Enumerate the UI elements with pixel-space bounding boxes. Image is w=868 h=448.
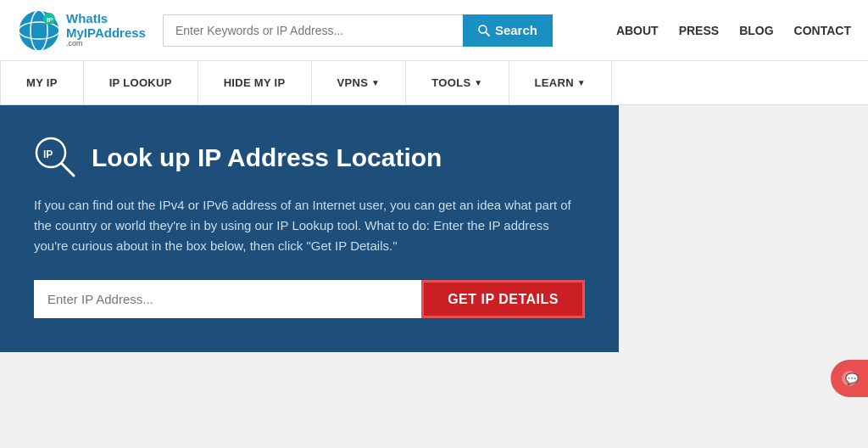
learn-arrow-icon: ▼ (577, 78, 586, 87)
nav-contact[interactable]: CONTACT (794, 24, 851, 37)
panel-title: Look up IP Address Location (92, 143, 442, 173)
search-icon (478, 25, 490, 36)
svg-text:IP: IP (47, 16, 53, 24)
main-navbar: MY IP IP LOOKUP HIDE MY IP VPNS ▼ TOOLS … (0, 61, 868, 105)
nav-ip-lookup[interactable]: IP LOOKUP (84, 61, 198, 104)
logo-myip: MyIPAddress (66, 26, 146, 41)
panel-description: If you can find out the IPv4 or IPv6 add… (34, 195, 585, 256)
search-area: Search (163, 14, 553, 47)
nav-press[interactable]: PRESS (679, 24, 719, 37)
main-content: IP Look up IP Address Location If you ca… (0, 105, 868, 352)
panel-title-row: IP Look up IP Address Location (34, 136, 585, 180)
svg-line-7 (486, 32, 489, 36)
logo-text: WhatIs MyIPAddress .com (66, 12, 146, 48)
logo-whatis: WhatIs (66, 12, 146, 26)
search-button[interactable]: Search (463, 14, 553, 47)
ip-search-row: GET IP DETAILS (34, 280, 585, 318)
ip-lookup-panel: IP Look up IP Address Location If you ca… (0, 105, 619, 352)
nav-hide-my-ip[interactable]: HIDE MY IP (198, 61, 312, 104)
logo-globe-icon: IP (17, 8, 61, 53)
nav-about[interactable]: ABOUT (616, 24, 659, 37)
nav-tools[interactable]: TOOLS ▼ (406, 61, 509, 104)
nav-my-ip[interactable]: MY IP (0, 61, 84, 104)
header-nav: ABOUT PRESS BLOG CONTACT (616, 24, 851, 37)
search-input[interactable] (163, 14, 463, 47)
nav-vpns[interactable]: VPNS ▼ (312, 61, 407, 104)
logo[interactable]: IP WhatIs MyIPAddress .com (17, 8, 146, 53)
tools-arrow-icon: ▼ (474, 78, 482, 87)
logo-dotcom: .com (66, 40, 146, 48)
ip-address-input[interactable] (34, 280, 421, 318)
vpns-arrow-icon: ▼ (371, 78, 380, 87)
svg-line-10 (62, 164, 74, 176)
get-ip-details-button[interactable]: GET IP DETAILS (421, 280, 585, 318)
svg-text:IP: IP (43, 148, 53, 160)
nav-learn[interactable]: LEARN ▼ (509, 61, 612, 104)
site-header: IP WhatIs MyIPAddress .com Search ABOUT … (0, 0, 868, 61)
ip-lookup-icon: IP (34, 136, 78, 180)
nav-blog[interactable]: BLOG (739, 24, 773, 37)
